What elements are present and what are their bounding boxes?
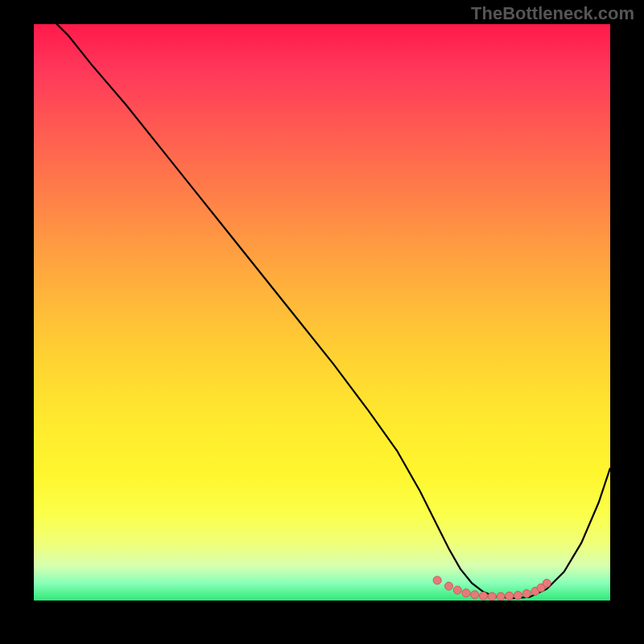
scatter-dot [514, 592, 522, 600]
scatter-dot [522, 589, 530, 597]
scatter-dot [480, 592, 488, 600]
scatter-dot [445, 582, 453, 590]
scatter-dot [433, 576, 441, 584]
scatter-dots [433, 576, 551, 601]
chart-svg [34, 24, 610, 601]
scatter-dot [453, 586, 461, 594]
curve-line [45, 24, 610, 598]
scatter-dot [488, 592, 496, 601]
scatter-dot [497, 592, 505, 601]
scatter-dot [471, 591, 479, 599]
watermark-text: TheBottleneck.com [471, 3, 634, 24]
scatter-dot [543, 580, 551, 588]
scatter-dot [462, 589, 470, 597]
chart-plot-area [34, 24, 610, 601]
scatter-dot [506, 592, 514, 600]
